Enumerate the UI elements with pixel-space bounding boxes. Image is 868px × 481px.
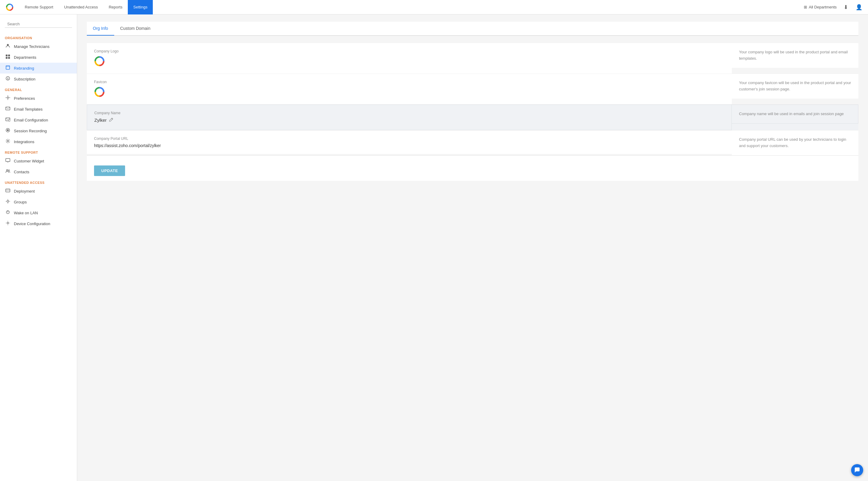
technician-icon: [5, 43, 11, 50]
nav-unattended-access[interactable]: Unattended Access: [59, 0, 103, 14]
company-portal-url-left: Company Portal URL https://assist.zoho.c…: [87, 130, 732, 154]
chat-widget[interactable]: [851, 464, 863, 476]
sidebar-item-wake-on-lan[interactable]: Wake on LAN: [0, 207, 77, 218]
sidebar-label: Deployment: [14, 189, 35, 193]
sidebar-item-departments[interactable]: Departments: [0, 52, 77, 63]
sidebar-item-manage-technicians[interactable]: Manage Technicians: [0, 41, 77, 52]
favicon-preview[interactable]: [94, 87, 724, 98]
email-config-icon: [5, 117, 11, 123]
tab-org-info[interactable]: Org Info: [87, 22, 114, 36]
sidebar-item-email-configuration[interactable]: Email Configuration: [0, 115, 77, 125]
sidebar-item-rebranding[interactable]: Rebranding: [0, 63, 77, 73]
company-name-description: Company name will be used in emails and …: [732, 104, 858, 124]
sidebar-label: Departments: [14, 55, 36, 60]
integrations-icon: [5, 139, 11, 145]
svg-point-16: [7, 129, 9, 131]
search-input[interactable]: [5, 21, 72, 28]
sidebar-item-session-recording[interactable]: Session Recording: [0, 125, 77, 136]
sidebar-item-deployment[interactable]: Deployment: [0, 186, 77, 196]
section-label-organisation: ORGANISATION: [0, 33, 77, 41]
sidebar-label: Wake on LAN: [14, 211, 38, 215]
company-logo-description: Your company logo will be used in the pr…: [732, 43, 858, 68]
subscription-icon: $: [5, 76, 11, 82]
main-content: Org Info Custom Domain Company Logo: [77, 14, 868, 481]
company-portal-url-row: Company Portal URL https://assist.zoho.c…: [87, 130, 858, 156]
company-name-row: Company Name Zylker Company name will be…: [87, 104, 858, 130]
company-logo-label: Company Logo: [94, 49, 724, 53]
company-name-value: Zylker: [94, 118, 107, 123]
svg-point-14: [8, 120, 10, 122]
company-logo-preview[interactable]: [94, 56, 724, 67]
sidebar-label: Subscription: [14, 77, 36, 82]
sidebar-item-contacts[interactable]: Contacts: [0, 166, 77, 177]
sidebar-item-subscription[interactable]: $ Subscription: [0, 73, 77, 85]
sidebar-item-groups[interactable]: Groups: [0, 196, 77, 207]
company-portal-url-value: https://assist.zoho.com/portal/zylker: [94, 143, 724, 148]
sidebar-item-integrations[interactable]: Integrations: [0, 136, 77, 147]
top-nav-right: ⊞ All Departments ⬇ 👤: [804, 3, 863, 11]
svg-rect-5: [6, 57, 7, 59]
svg-point-11: [7, 97, 9, 99]
nav-reports[interactable]: Reports: [103, 0, 128, 14]
preferences-icon: [5, 95, 11, 101]
email-templates-icon: [5, 106, 11, 112]
company-portal-url-label: Company Portal URL: [94, 136, 724, 141]
device-config-icon: [5, 221, 11, 227]
svg-rect-18: [6, 159, 10, 162]
sidebar-label: Integrations: [14, 139, 34, 144]
company-name-left: Company Name Zylker: [87, 104, 732, 130]
user-icon[interactable]: 👤: [855, 3, 863, 11]
sidebar-label: Session Recording: [14, 129, 47, 133]
svg-rect-3: [6, 55, 7, 56]
svg-rect-7: [6, 66, 10, 69]
sidebar-label: Device Configuration: [14, 222, 50, 226]
svg-point-19: [7, 170, 8, 171]
svg-point-2: [7, 44, 9, 46]
nav-links: Remote Support Unattended Access Reports…: [19, 0, 804, 14]
groups-icon: [5, 199, 11, 205]
company-logo-row: Company Logo Your company logo will be u…: [87, 43, 858, 74]
svg-point-20: [8, 170, 10, 171]
sidebar-item-preferences[interactable]: Preferences: [0, 93, 77, 104]
favicon-row: Favicon Your company favicon will be use…: [87, 74, 858, 104]
app-logo: [5, 2, 14, 12]
sidebar-label: Manage Technicians: [14, 44, 50, 49]
customer-widget-icon: [5, 158, 11, 164]
sidebar-item-email-templates[interactable]: Email Templates: [0, 104, 77, 115]
svg-text:$: $: [7, 77, 8, 80]
layout: ORGANISATION Manage Technicians Departme…: [0, 14, 868, 481]
update-button[interactable]: UPDATE: [94, 165, 125, 176]
svg-line-28: [112, 119, 113, 119]
nav-settings[interactable]: Settings: [128, 0, 153, 14]
tab-custom-domain[interactable]: Custom Domain: [114, 22, 156, 36]
sidebar-label: Preferences: [14, 96, 35, 101]
departments-icon: [5, 54, 11, 60]
session-recording-icon: [5, 128, 11, 134]
section-label-general: GENERAL: [0, 85, 77, 93]
sidebar-label: Email Templates: [14, 107, 42, 111]
favicon-label: Favicon: [94, 80, 724, 84]
nav-remote-support[interactable]: Remote Support: [19, 0, 59, 14]
company-logo-left: Company Logo: [87, 43, 732, 73]
contacts-icon: [5, 169, 11, 175]
tabs-container: Org Info Custom Domain: [87, 22, 858, 36]
company-name-value-row: Zylker: [94, 118, 724, 123]
sidebar-label: Rebranding: [14, 66, 34, 70]
content-area: Company Logo Your company logo will be u…: [87, 36, 858, 188]
section-label-unattended-access: UNATTENDED ACCESS: [0, 177, 77, 186]
sidebar: ORGANISATION Manage Technicians Departme…: [0, 14, 77, 481]
svg-rect-12: [6, 107, 10, 110]
rebranding-icon: [5, 65, 11, 71]
department-selector[interactable]: ⊞ All Departments: [804, 5, 837, 9]
department-label: All Departments: [809, 5, 837, 9]
sidebar-item-device-configuration[interactable]: Device Configuration: [0, 218, 77, 229]
favicon-left: Favicon: [87, 74, 732, 104]
svg-point-25: [7, 222, 9, 224]
sidebar-label: Groups: [14, 200, 27, 204]
company-name-label: Company Name: [94, 111, 724, 115]
company-portal-url-description: Company portal URL can be used by your t…: [732, 130, 858, 155]
download-icon[interactable]: ⬇: [841, 3, 850, 11]
top-nav: Remote Support Unattended Access Reports…: [0, 0, 868, 14]
sidebar-item-customer-widget[interactable]: Customer Widget: [0, 156, 77, 166]
edit-company-name-icon[interactable]: [109, 118, 113, 123]
